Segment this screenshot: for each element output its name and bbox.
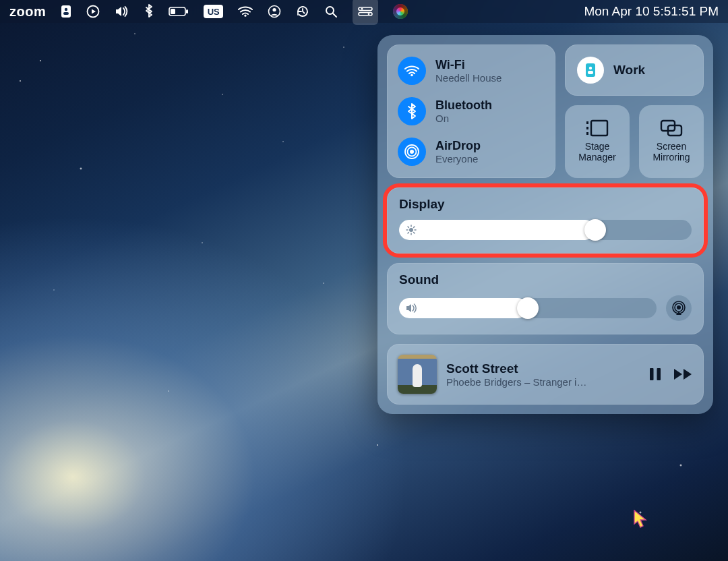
menubar: zoom US Mon Apr 10 5:51:51 PM: [0, 0, 728, 23]
svg-rect-2: [63, 12, 69, 15]
svg-rect-25: [591, 121, 607, 136]
brightness-slider[interactable]: [399, 220, 692, 240]
bluetooth-icon: [398, 97, 426, 125]
airdrop-title: AirDrop: [435, 139, 481, 153]
volume-slider-knob[interactable]: [517, 297, 539, 319]
svg-point-9: [273, 8, 276, 11]
airplay-icon: [671, 301, 686, 316]
svg-point-15: [411, 74, 413, 77]
svg-point-29: [677, 305, 681, 309]
bluetooth-toggle[interactable]: Bluetooth On: [398, 97, 545, 125]
brightness-icon: [406, 225, 417, 235]
control-center-icon[interactable]: [353, 0, 378, 25]
svg-rect-23: [586, 127, 588, 129]
svg-rect-5: [171, 9, 175, 14]
svg-point-20: [589, 67, 592, 69]
pause-icon: [648, 367, 662, 382]
svg-rect-0: [61, 5, 71, 18]
cursor-icon: [634, 510, 648, 531]
sound-tile: Sound: [387, 263, 704, 334]
pause-button[interactable]: [648, 367, 662, 382]
user-icon[interactable]: [268, 0, 281, 23]
spotlight-icon[interactable]: [324, 0, 338, 23]
focus-tile[interactable]: Work: [565, 45, 704, 96]
svg-rect-33: [657, 368, 661, 380]
wifi-network-name: Needell House: [435, 72, 502, 84]
screen-mirroring-button[interactable]: ScreenMirroring: [639, 105, 704, 178]
svg-point-14: [368, 13, 370, 15]
bluetooth-status: On: [435, 113, 492, 124]
focus-work-icon: [577, 57, 604, 84]
airdrop-visibility: Everyone: [435, 153, 481, 165]
stage-manager-label: StageManager: [578, 141, 615, 163]
svg-point-16: [410, 150, 414, 154]
control-center-panel: Wi-Fi Needell House Bluetooth On AirDr: [377, 35, 713, 414]
screen-mirroring-label: ScreenMirroring: [653, 141, 690, 163]
svg-point-1: [65, 8, 67, 11]
now-playing-tile[interactable]: Scott Street Phoebe Bridgers – Stranger …: [387, 344, 704, 405]
track-artist-album: Phoebe Bridgers – Stranger i…: [446, 376, 639, 388]
bluetooth-icon[interactable]: [144, 0, 154, 23]
time-machine-icon[interactable]: [296, 0, 309, 23]
fast-forward-icon: [673, 367, 693, 381]
play-circle-icon[interactable]: [86, 0, 100, 23]
focus-mode-name: Work: [613, 63, 645, 78]
svg-point-7: [245, 15, 247, 17]
sound-title: Sound: [399, 272, 692, 287]
svg-rect-32: [650, 368, 654, 380]
svg-rect-6: [186, 9, 188, 13]
volume-icon: [406, 303, 418, 313]
wifi-title: Wi-Fi: [435, 58, 502, 72]
siri-icon[interactable]: [393, 0, 408, 23]
svg-rect-11: [359, 7, 372, 11]
svg-rect-13: [359, 13, 372, 16]
svg-rect-21: [588, 71, 593, 74]
bluetooth-title: Bluetooth: [435, 98, 492, 113]
volume-slider[interactable]: [399, 298, 657, 318]
input-source-badge[interactable]: US: [204, 0, 223, 23]
connectivity-tile: Wi-Fi Needell House Bluetooth On AirDr: [387, 45, 555, 178]
svg-rect-22: [586, 121, 588, 124]
svg-rect-24: [586, 132, 588, 135]
wifi-toggle[interactable]: Wi-Fi Needell House: [398, 57, 545, 85]
volume-icon[interactable]: [115, 0, 129, 23]
menubar-app-name[interactable]: zoom: [9, 4, 46, 20]
track-title: Scott Street: [446, 361, 639, 376]
wifi-icon: [398, 57, 426, 85]
display-title: Display: [399, 197, 692, 212]
wifi-icon[interactable]: [238, 0, 253, 23]
airdrop-icon: [398, 138, 426, 166]
album-art: [398, 355, 437, 394]
id-badge-icon[interactable]: [61, 0, 71, 23]
svg-rect-19: [586, 63, 595, 77]
display-tile: Display: [387, 187, 704, 254]
battery-icon[interactable]: [169, 0, 189, 23]
screen-mirroring-icon: [660, 119, 683, 137]
brightness-slider-knob[interactable]: [584, 219, 606, 241]
airdrop-toggle[interactable]: AirDrop Everyone: [398, 138, 545, 166]
menubar-clock[interactable]: Mon Apr 10 5:51:51 PM: [584, 4, 719, 19]
next-track-button[interactable]: [673, 367, 693, 381]
svg-point-12: [361, 8, 363, 10]
stage-manager-icon: [586, 119, 609, 137]
airplay-audio-button[interactable]: [666, 295, 692, 321]
stage-manager-button[interactable]: StageManager: [565, 105, 630, 178]
svg-point-28: [409, 228, 413, 232]
